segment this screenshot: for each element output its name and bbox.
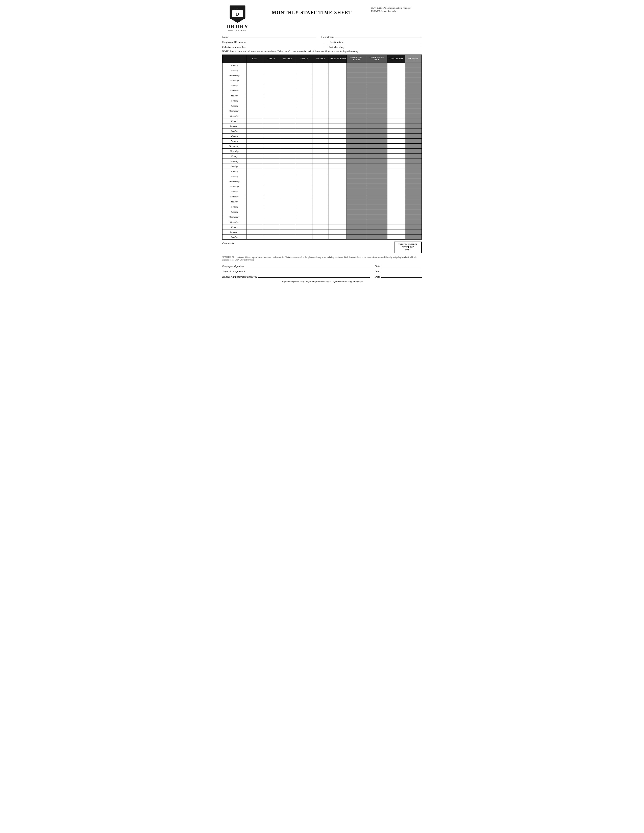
time-out-cell[interactable]: [312, 214, 328, 219]
time-in-cell[interactable]: [263, 118, 279, 124]
date-cell[interactable]: [246, 149, 262, 154]
time-out-cell[interactable]: [312, 224, 328, 230]
hours-worked-cell[interactable]: [329, 164, 347, 169]
time-in-cell[interactable]: [279, 219, 296, 224]
time-out-cell[interactable]: [296, 133, 312, 138]
time-in-cell[interactable]: [279, 133, 296, 138]
time-in-cell[interactable]: [279, 159, 296, 164]
time-out-cell[interactable]: [296, 138, 312, 144]
hours-worked-cell[interactable]: [329, 113, 347, 118]
hours-worked-cell[interactable]: [329, 98, 347, 103]
total-hours-cell[interactable]: [387, 83, 405, 88]
hours-worked-cell[interactable]: [329, 88, 347, 93]
ot-hours-cell[interactable]: [405, 118, 422, 124]
other-paid-cell[interactable]: [347, 118, 366, 124]
time-out-cell[interactable]: [312, 63, 328, 68]
other-code-cell[interactable]: [366, 235, 387, 240]
time-in-cell[interactable]: [279, 124, 296, 129]
hours-worked-cell[interactable]: [329, 194, 347, 199]
hours-worked-cell[interactable]: [329, 169, 347, 174]
time-out-cell[interactable]: [312, 230, 328, 235]
total-hours-cell[interactable]: [387, 108, 405, 113]
total-hours-cell[interactable]: [387, 124, 405, 129]
time-out-cell[interactable]: [312, 184, 328, 189]
hours-worked-cell[interactable]: [329, 108, 347, 113]
total-hours-cell[interactable]: [387, 113, 405, 118]
other-code-cell[interactable]: [366, 93, 387, 98]
ot-hours-cell[interactable]: [405, 174, 422, 179]
other-code-cell[interactable]: [366, 73, 387, 78]
time-in-cell[interactable]: [263, 98, 279, 103]
date-cell[interactable]: [246, 73, 262, 78]
other-paid-cell[interactable]: [347, 68, 366, 73]
time-out-cell[interactable]: [312, 138, 328, 144]
hours-worked-cell[interactable]: [329, 199, 347, 204]
time-out-cell[interactable]: [312, 78, 328, 83]
time-out-cell[interactable]: [296, 118, 312, 124]
hours-worked-cell[interactable]: [329, 68, 347, 73]
ot-hours-cell[interactable]: [405, 209, 422, 214]
name-field[interactable]: [230, 34, 316, 38]
hours-worked-cell[interactable]: [329, 189, 347, 194]
time-in-cell[interactable]: [263, 169, 279, 174]
date-cell[interactable]: [246, 184, 262, 189]
time-out-cell[interactable]: [312, 118, 328, 124]
time-in-cell[interactable]: [263, 194, 279, 199]
total-hours-cell[interactable]: [387, 68, 405, 73]
other-code-cell[interactable]: [366, 169, 387, 174]
total-hours-cell[interactable]: [387, 199, 405, 204]
time-out-cell[interactable]: [296, 88, 312, 93]
time-in-cell[interactable]: [279, 129, 296, 133]
other-code-cell[interactable]: [366, 113, 387, 118]
date-cell[interactable]: [246, 209, 262, 214]
date-cell[interactable]: [246, 144, 262, 149]
other-paid-cell[interactable]: [347, 189, 366, 194]
total-hours-cell[interactable]: [387, 88, 405, 93]
time-in-cell[interactable]: [279, 214, 296, 219]
other-code-cell[interactable]: [366, 108, 387, 113]
other-paid-cell[interactable]: [347, 144, 366, 149]
time-in-cell[interactable]: [263, 235, 279, 240]
ot-hours-cell[interactable]: [405, 149, 422, 154]
time-in-cell[interactable]: [263, 174, 279, 179]
time-in-cell[interactable]: [279, 194, 296, 199]
date-cell[interactable]: [246, 103, 262, 108]
time-in-cell[interactable]: [263, 154, 279, 159]
hours-worked-cell[interactable]: [329, 129, 347, 133]
total-hours-cell[interactable]: [387, 235, 405, 240]
other-code-cell[interactable]: [366, 98, 387, 103]
time-out-cell[interactable]: [296, 63, 312, 68]
time-in-cell[interactable]: [279, 164, 296, 169]
ot-hours-cell[interactable]: [405, 68, 422, 73]
total-hours-cell[interactable]: [387, 133, 405, 138]
other-paid-cell[interactable]: [347, 219, 366, 224]
total-hours-cell[interactable]: [387, 230, 405, 235]
other-paid-cell[interactable]: [347, 194, 366, 199]
total-hours-cell[interactable]: [387, 118, 405, 124]
time-in-cell[interactable]: [263, 189, 279, 194]
hours-worked-cell[interactable]: [329, 124, 347, 129]
other-paid-cell[interactable]: [347, 133, 366, 138]
total-hours-cell[interactable]: [387, 93, 405, 98]
time-out-cell[interactable]: [296, 194, 312, 199]
time-in-cell[interactable]: [263, 83, 279, 88]
time-out-cell[interactable]: [312, 98, 328, 103]
other-code-cell[interactable]: [366, 179, 387, 184]
employee-id-field[interactable]: [247, 39, 324, 43]
hours-worked-cell[interactable]: [329, 73, 347, 78]
time-in-cell[interactable]: [263, 144, 279, 149]
hours-worked-cell[interactable]: [329, 214, 347, 219]
date-cell[interactable]: [246, 108, 262, 113]
time-in-cell[interactable]: [279, 184, 296, 189]
other-paid-cell[interactable]: [347, 214, 366, 219]
date-field-2[interactable]: [382, 269, 422, 272]
time-out-cell[interactable]: [312, 194, 328, 199]
other-paid-cell[interactable]: [347, 184, 366, 189]
time-in-cell[interactable]: [279, 149, 296, 154]
time-out-cell[interactable]: [296, 103, 312, 108]
other-paid-cell[interactable]: [347, 174, 366, 179]
total-hours-cell[interactable]: [387, 149, 405, 154]
time-in-cell[interactable]: [279, 73, 296, 78]
time-in-cell[interactable]: [263, 209, 279, 214]
time-in-cell[interactable]: [263, 108, 279, 113]
